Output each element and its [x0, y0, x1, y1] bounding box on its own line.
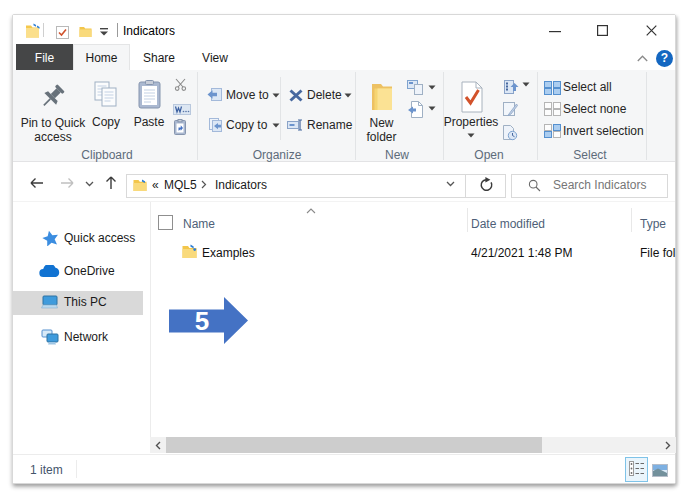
svg-text:5: 5 — [195, 306, 209, 336]
